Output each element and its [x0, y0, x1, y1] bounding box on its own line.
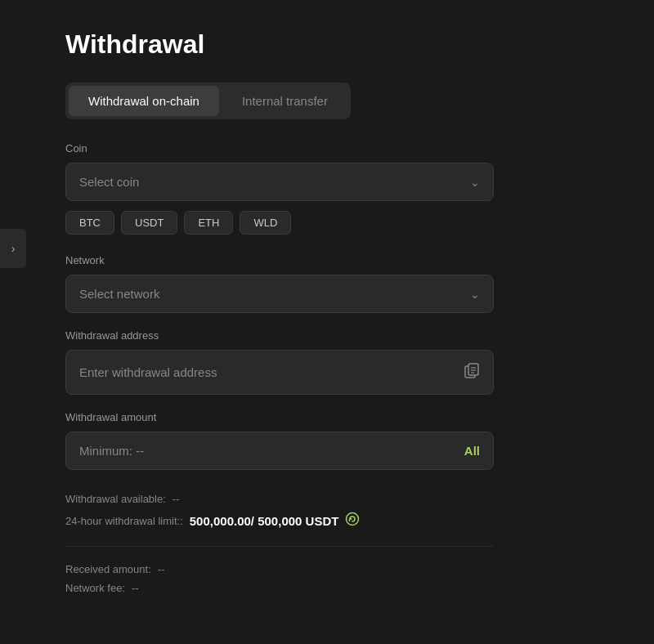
divider: [65, 546, 494, 547]
coin-chip-btc[interactable]: BTC: [65, 211, 114, 235]
main-content: Withdrawal Withdrawal on-chain Internal …: [26, 0, 533, 644]
network-select[interactable]: Select network ⌄: [65, 275, 494, 313]
chevron-down-icon: ⌄: [470, 176, 480, 189]
coin-chip-wld[interactable]: WLD: [240, 211, 291, 235]
amount-box: Minimum: -- All: [65, 432, 494, 470]
address-label: Withdrawal address: [65, 329, 494, 342]
coin-chip-eth[interactable]: ETH: [184, 211, 233, 235]
available-row: Withdrawal available: --: [65, 493, 494, 505]
network-select-placeholder: Select network: [79, 287, 159, 301]
limit-row: 24-hour withdrawal limit:: 500,000.00/ 5…: [65, 512, 494, 530]
svg-rect-1: [468, 364, 478, 375]
tab-withdrawal-onchain[interactable]: Withdrawal on-chain: [69, 86, 219, 116]
chevron-down-icon-network: ⌄: [470, 288, 480, 301]
received-row: Received amount: --: [65, 563, 494, 575]
coin-select[interactable]: Select coin ⌄: [65, 163, 494, 201]
info-section: Withdrawal available: -- 24-hour withdra…: [65, 493, 494, 530]
page-title: Withdrawal: [65, 29, 494, 60]
received-value: --: [158, 563, 165, 575]
paste-icon[interactable]: [464, 362, 480, 382]
amount-all-button[interactable]: All: [464, 444, 480, 458]
received-section: Received amount: -- Network fee: --: [65, 563, 494, 594]
amount-section: Withdrawal amount Minimum: -- All: [65, 411, 494, 470]
coin-chips: BTC USDT ETH WLD: [65, 211, 494, 235]
amount-label: Withdrawal amount: [65, 411, 494, 423]
received-label: Received amount:: [65, 563, 151, 575]
tab-bar: Withdrawal on-chain Internal transfer: [65, 83, 351, 119]
address-section: Withdrawal address: [65, 329, 494, 395]
svg-point-5: [347, 513, 359, 525]
coin-label: Coin: [65, 142, 494, 154]
coin-chip-usdt[interactable]: USDT: [121, 211, 177, 235]
coin-select-placeholder: Select coin: [79, 175, 139, 189]
available-value: --: [172, 493, 180, 505]
network-section: Network Select network ⌄: [65, 254, 494, 313]
coin-section: Coin Select coin ⌄ BTC USDT ETH WLD: [65, 142, 494, 235]
limit-value: 500,000.00/ 500,000 USDT: [190, 514, 339, 528]
limit-label: 24-hour withdrawal limit::: [65, 515, 183, 527]
available-label: Withdrawal available:: [65, 493, 166, 505]
chevron-right-icon: ›: [11, 242, 16, 255]
tab-internal-transfer[interactable]: Internal transfer: [222, 86, 347, 116]
fee-value: --: [132, 582, 139, 594]
sidebar-toggle[interactable]: ›: [0, 229, 26, 268]
fee-row: Network fee: --: [65, 582, 494, 594]
network-label: Network: [65, 254, 494, 266]
fee-label: Network fee:: [65, 582, 125, 594]
refresh-icon[interactable]: [345, 512, 360, 530]
amount-minimum: Minimum: --: [79, 444, 144, 458]
address-input[interactable]: [79, 365, 457, 379]
address-input-box: [65, 350, 494, 395]
